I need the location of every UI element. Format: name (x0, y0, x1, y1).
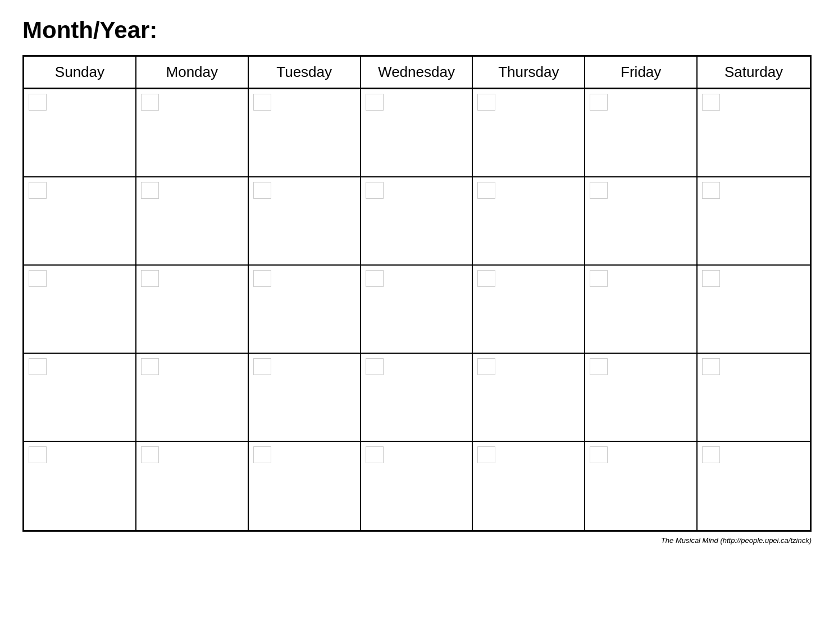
page-title: Month/Year: (22, 17, 812, 44)
calendar-cell[interactable] (136, 266, 249, 353)
calendar-cell[interactable] (698, 354, 810, 441)
calendar-cell[interactable] (585, 266, 698, 353)
date-number-box (141, 446, 159, 463)
calendar-cell[interactable] (136, 354, 249, 441)
calendar-cell[interactable] (249, 177, 361, 264)
date-number-box (253, 446, 271, 463)
calendar-grid (24, 89, 810, 530)
calendar-cell[interactable] (473, 177, 585, 264)
calendar-cell[interactable] (136, 177, 249, 264)
date-number-box (590, 94, 608, 111)
date-number-box (141, 94, 159, 111)
calendar-cell[interactable] (24, 89, 136, 176)
date-number-box (702, 270, 720, 287)
calendar-cell[interactable] (361, 354, 473, 441)
calendar-cell[interactable] (585, 177, 698, 264)
calendar-cell[interactable] (473, 266, 585, 353)
date-number-box (141, 182, 159, 199)
date-number-box (29, 358, 47, 375)
date-number-box (477, 182, 495, 199)
date-number-box (702, 446, 720, 463)
date-number-box (29, 94, 47, 111)
calendar-cell[interactable] (473, 354, 585, 441)
calendar-cell[interactable] (698, 89, 810, 176)
calendar-cell[interactable] (698, 266, 810, 353)
calendar-cell[interactable] (24, 354, 136, 441)
calendar-cell[interactable] (249, 89, 361, 176)
calendar-cell[interactable] (698, 177, 810, 264)
date-number-box (253, 270, 271, 287)
footer-text: The Musical Mind (http://people.upei.ca/… (22, 536, 812, 545)
calendar-cell[interactable] (24, 442, 136, 530)
calendar-cell[interactable] (24, 177, 136, 264)
calendar-cell[interactable] (585, 354, 698, 441)
calendar-cell[interactable] (249, 354, 361, 441)
date-number-box (366, 182, 384, 199)
date-number-box (366, 446, 384, 463)
calendar-cell[interactable] (361, 266, 473, 353)
calendar-cell[interactable] (361, 442, 473, 530)
date-number-box (477, 94, 495, 111)
date-number-box (590, 358, 608, 375)
calendar-cell[interactable] (361, 177, 473, 264)
calendar-cell[interactable] (249, 266, 361, 353)
calendar-cell[interactable] (585, 89, 698, 176)
date-number-box (366, 94, 384, 111)
date-number-box (477, 358, 495, 375)
calendar-header: Sunday Monday Tuesday Wednesday Thursday… (24, 57, 810, 89)
calendar-row (24, 354, 810, 442)
calendar-cell[interactable] (585, 442, 698, 530)
calendar-row (24, 177, 810, 266)
date-number-box (141, 358, 159, 375)
calendar-row (24, 266, 810, 354)
day-header-saturday: Saturday (698, 57, 810, 88)
date-number-box (477, 446, 495, 463)
date-number-box (477, 270, 495, 287)
day-header-monday: Monday (136, 57, 249, 88)
date-number-box (366, 270, 384, 287)
date-number-box (29, 182, 47, 199)
date-number-box (590, 182, 608, 199)
date-number-box (702, 94, 720, 111)
calendar-cell[interactable] (473, 89, 585, 176)
date-number-box (702, 182, 720, 199)
date-number-box (253, 358, 271, 375)
calendar-row (24, 442, 810, 530)
date-number-box (590, 270, 608, 287)
day-header-tuesday: Tuesday (249, 57, 361, 88)
date-number-box (141, 270, 159, 287)
day-header-wednesday: Wednesday (361, 57, 473, 88)
day-header-friday: Friday (585, 57, 698, 88)
calendar-cell[interactable] (249, 442, 361, 530)
day-header-sunday: Sunday (24, 57, 136, 88)
date-number-box (702, 358, 720, 375)
calendar-cell[interactable] (698, 442, 810, 530)
date-number-box (253, 182, 271, 199)
calendar-row (24, 89, 810, 177)
date-number-box (29, 446, 47, 463)
calendar-cell[interactable] (136, 442, 249, 530)
date-number-box (366, 358, 384, 375)
calendar-cell[interactable] (473, 442, 585, 530)
date-number-box (253, 94, 271, 111)
date-number-box (29, 270, 47, 287)
date-number-box (590, 446, 608, 463)
day-header-thursday: Thursday (473, 57, 585, 88)
calendar-cell[interactable] (361, 89, 473, 176)
calendar-cell[interactable] (136, 89, 249, 176)
calendar-cell[interactable] (24, 266, 136, 353)
calendar-container: Sunday Monday Tuesday Wednesday Thursday… (22, 55, 812, 532)
